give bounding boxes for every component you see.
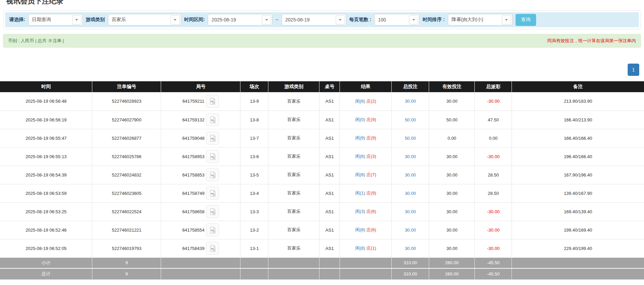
video-replay-button[interactable] <box>206 168 219 181</box>
date-range-label: 时间区间: <box>184 17 205 23</box>
cell-time: 2025-08-19 06:55:13 <box>0 147 92 166</box>
cell-total-bet[interactable]: 30.00 <box>392 202 429 221</box>
cell-valid-bet: 30.00 <box>429 221 475 239</box>
cell-time: 2025-08-19 06:56:48 <box>0 92 92 111</box>
cell-payout: -30.00 <box>475 221 512 239</box>
chevron-down-icon <box>171 15 180 24</box>
video-replay-button[interactable] <box>206 150 219 163</box>
cell-total-bet[interactable]: 30.00 <box>392 92 429 111</box>
cell-game: 百家乐 <box>268 202 319 221</box>
cell-remark: 166.40/213.90 <box>512 111 644 129</box>
cell-total-bet[interactable]: 30.00 <box>392 184 429 202</box>
cell-total-bet[interactable]: 30.00 <box>392 166 429 184</box>
date-to-select[interactable]: 2025-08-19 <box>282 14 346 26</box>
cell-game: 百家乐 <box>268 111 319 129</box>
filter-bar: 请选择: 日期查询 游戏类别 百家乐 时间区间: 2025-08-19 ~ 20… <box>5 12 639 27</box>
cell-remark: 166.40/166.40 <box>512 129 644 147</box>
cell-session: 13-5 <box>240 166 268 184</box>
video-replay-button[interactable] <box>206 95 219 108</box>
cell-bet-id: 522746025786 <box>92 147 161 166</box>
sort-order-label: 时间排序 : <box>423 17 445 23</box>
cell-table: AS1 <box>319 221 340 239</box>
date-from-select[interactable]: 2025-08-19 <box>208 14 272 26</box>
result-player: 闲(9) <box>355 135 365 140</box>
date-from-value: 2025-08-19 <box>211 17 236 22</box>
cell-round: 641758658 <box>161 202 240 221</box>
cell-bet-id: 522746027900 <box>92 111 161 129</box>
video-replay-button[interactable] <box>206 113 219 126</box>
table-row: 2025-08-19 06:52:05 522746019793 6417584… <box>0 239 644 257</box>
cell-total-bet[interactable]: 50.00 <box>392 129 429 147</box>
chevron-down-icon <box>409 15 418 24</box>
cell-total-bet[interactable]: 30.00 <box>392 221 429 239</box>
result-player: 闲(0) <box>355 117 365 122</box>
game-category-select[interactable]: 百家乐 <box>108 14 181 26</box>
cell-total-bet[interactable]: 30.00 <box>392 239 429 257</box>
column-header: 局号 <box>161 81 240 92</box>
summary-remark <box>512 268 644 279</box>
column-header: 游戏类别 <box>268 81 319 92</box>
cell-game: 百家乐 <box>268 184 319 202</box>
cell-payout: 28.50 <box>475 184 512 202</box>
round-number: 641758749 <box>182 191 204 196</box>
cell-valid-bet: 30.00 <box>429 147 475 166</box>
summary-total-bet: 310.00 <box>392 257 429 268</box>
cell-round: 641758953 <box>161 147 240 166</box>
cell-remark: 229.40/199.40 <box>512 239 644 257</box>
column-header: 注单编号 <box>92 81 161 92</box>
summary-valid-bet: 260.00 <box>429 257 475 268</box>
video-replay-button[interactable] <box>206 242 219 255</box>
page-title: 视讯会员下注纪录 <box>6 0 644 5</box>
page-1-button[interactable]: 1 <box>628 64 639 76</box>
cell-payout: 47.50 <box>475 111 512 129</box>
cell-table: AS1 <box>319 111 340 129</box>
cell-remark: 213.90/183.90 <box>512 92 644 111</box>
column-header: 备注 <box>512 81 644 92</box>
result-banker: 庄(9) <box>366 117 376 122</box>
cell-time: 2025-08-19 06:53:25 <box>0 202 92 221</box>
video-replay-button[interactable] <box>206 132 219 145</box>
cell-result: 闲(6) 庄(2) <box>340 92 392 111</box>
cell-valid-bet: 30.00 <box>429 239 475 257</box>
column-header: 有效投注 <box>429 81 475 92</box>
page-size-label: 每页笔数 : <box>349 17 372 23</box>
cell-payout: 28.50 <box>475 166 512 184</box>
result-banker: 庄(3) <box>366 154 376 159</box>
cell-game: 百家乐 <box>268 239 319 257</box>
cell-game: 百家乐 <box>268 147 319 166</box>
video-file-icon <box>209 226 217 234</box>
summary-row: 小计 9 310.00 260.00 -45.50 <box>0 257 644 268</box>
search-button[interactable]: 查询 <box>516 14 536 26</box>
cell-time: 2025-08-19 06:52:46 <box>0 221 92 239</box>
cell-total-bet[interactable]: 30.00 <box>392 147 429 166</box>
video-replay-button[interactable] <box>206 187 219 200</box>
video-replay-button[interactable] <box>206 205 219 218</box>
cell-result: 闲(0) 庄(9) <box>340 111 392 129</box>
sort-order-select[interactable]: 降幂(由大到小) <box>448 14 513 26</box>
cell-result: 闲(8) 庄(6) <box>340 221 392 239</box>
result-player: 闲(1) <box>355 190 365 196</box>
result-banker: 庄(2) <box>366 99 376 104</box>
query-type-label: 请选择: <box>9 17 25 23</box>
round-number: 641759132 <box>182 117 204 122</box>
cell-bet-id: 522746024832 <box>92 166 161 184</box>
round-number: 641758658 <box>182 209 204 214</box>
cell-bet-id: 522746022524 <box>92 202 161 221</box>
table-row: 2025-08-19 06:53:59 522746023605 6417587… <box>0 184 644 202</box>
page-size-select[interactable]: 100 <box>374 14 420 26</box>
column-header: 时间 <box>0 81 92 92</box>
cell-bet-id: 522746028923 <box>92 92 161 111</box>
round-number: 641759211 <box>183 99 204 104</box>
cell-total-bet[interactable]: 50.00 <box>392 111 429 129</box>
video-replay-button[interactable] <box>206 223 219 236</box>
date-range-separator: ~ <box>276 17 278 22</box>
cell-valid-bet: 30.00 <box>429 184 475 202</box>
query-type-select[interactable]: 日期查询 <box>28 14 83 26</box>
cell-session: 13-2 <box>240 221 268 239</box>
result-banker: 庄(6) <box>366 227 376 232</box>
summary-label: 小计 <box>0 257 92 268</box>
currency-total-text: 币别 : 人民币 | 总共 :9 注单 | <box>8 38 64 44</box>
column-header: 桌号 <box>319 81 340 92</box>
summary-label: 总计 <box>0 268 92 279</box>
cell-session: 13-3 <box>240 202 268 221</box>
